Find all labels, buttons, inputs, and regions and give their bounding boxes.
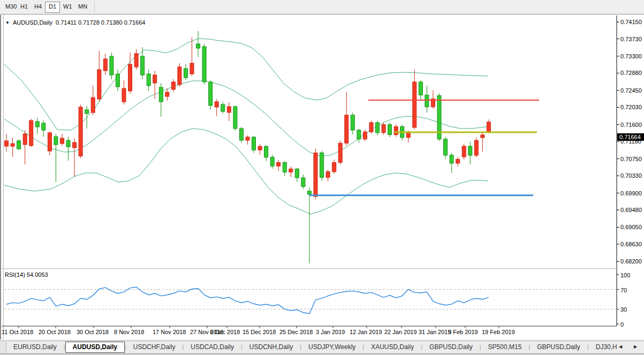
bollinger-lower-band (4, 129, 488, 214)
candle-body (252, 137, 256, 150)
rsi-axis-label: 70 (620, 287, 627, 293)
timeframe-button-w1[interactable]: W1 (60, 2, 75, 12)
candle-body (258, 146, 262, 150)
chart-tab-eurusd-daily[interactable]: EURUSD,Daily (6, 342, 64, 352)
candle-body (314, 153, 317, 197)
current-price-tag: 0.71664 (617, 133, 644, 141)
candle-body (159, 87, 163, 102)
candle-body (357, 130, 361, 139)
candle-body (320, 153, 324, 177)
candle-body (444, 139, 448, 155)
candle-body (23, 134, 27, 145)
chart-tab-sp500-m15[interactable]: SP500,M15 (481, 342, 529, 352)
candle-body (202, 47, 206, 82)
price-axis-label: 0.69480 (620, 207, 642, 213)
chart-ohlc-values: 0.71411 0.71728 0.71380 0.71664 (56, 19, 145, 26)
date-axis-label: 31 Jan 2019 (419, 329, 451, 335)
price-axis-label: 0.73300 (620, 53, 642, 59)
chart-tab-audusd-daily[interactable]: AUDUSD,Daily (65, 342, 125, 353)
candle-body (178, 67, 181, 85)
chart-tab-gbpusd-daily[interactable]: GBPUSD,Daily (530, 342, 587, 352)
candle-body (382, 125, 385, 133)
chart-tab-xauusd-daily[interactable]: XAUUSD,Daily (364, 342, 421, 352)
chart-tab-usdchf-daily[interactable]: USDCHF,Daily (126, 342, 183, 352)
price-axis-label: 0.70750 (620, 156, 642, 162)
timeframe-button-d1[interactable]: D1 (45, 2, 60, 13)
candle-body (79, 107, 82, 156)
candle-body (48, 133, 51, 151)
tab-scroll-right-icon[interactable]: ▶ (634, 344, 637, 349)
rsi-indicator-label: RSI(14) 54.0053 (5, 271, 48, 278)
tab-scroll-left-icon[interactable]: ◀ (619, 344, 622, 349)
candle-body (345, 115, 348, 143)
date-axis-label: 15 Dec 2018 (243, 329, 276, 335)
candle-body (239, 129, 243, 140)
candle-body (11, 143, 14, 146)
candle-body (474, 140, 478, 155)
candle-body (215, 102, 218, 107)
price-axis-label: 0.70330 (620, 172, 642, 179)
candle-body (289, 169, 293, 172)
date-axis-label: 30 Oct 2018 (77, 329, 109, 335)
candle-body (487, 122, 490, 132)
rsi-axis-label: 30 (620, 306, 627, 313)
candle-body (270, 157, 274, 167)
candle-body (209, 82, 213, 105)
date-axis-label: 12 Jan 2019 (350, 329, 382, 335)
candle-body (283, 162, 286, 172)
candle-body (91, 97, 95, 112)
price-axis-label: 0.72880 (620, 70, 642, 76)
timeframe-button-h1[interactable]: H1 (17, 2, 31, 12)
candle-body (60, 138, 64, 143)
price-chart-canvas[interactable] (0, 15, 644, 339)
date-axis-label: 8 Nov 2018 (114, 329, 144, 335)
candle-body (122, 88, 126, 102)
candle-body (171, 82, 175, 89)
candle-body (308, 191, 312, 194)
chart-tab-usdjpy-weekly[interactable]: USDJPY,Weekly (301, 342, 362, 352)
candle-body (141, 56, 145, 75)
chart-tab-dj30-h4[interactable]: DJ30,H4 (589, 342, 617, 352)
candle-body (462, 146, 466, 157)
price-axis-label: 0.68200 (620, 258, 642, 265)
timeframe-toolbar: M30H1H4D1W1MN (0, 0, 644, 14)
date-axis-label: 17 Nov 2018 (153, 329, 186, 335)
candle-body (196, 44, 200, 48)
candle-body (5, 141, 9, 146)
price-axis-label: 0.73730 (620, 36, 642, 42)
candle-body (128, 64, 132, 91)
candle-body (277, 162, 281, 166)
rsi-axis-label: 100 (620, 272, 630, 278)
candle-body (35, 122, 39, 127)
candle-body (425, 95, 429, 107)
tab-bar-corner (0, 342, 6, 353)
candle-body (332, 162, 336, 171)
candle-body (363, 132, 367, 139)
candle-body (153, 75, 157, 83)
candle-body (295, 169, 299, 178)
candle-body (97, 70, 101, 99)
candle-body (351, 115, 354, 130)
candle-body (165, 92, 169, 96)
candle-body (481, 135, 484, 138)
candle-body (54, 137, 58, 145)
candle-body (73, 142, 77, 148)
chart-tab-gbpusd-daily[interactable]: GBPUSD,Daily (422, 342, 480, 352)
candle-body (376, 123, 380, 133)
date-axis-label: 25 Dec 2018 (279, 329, 313, 335)
collapse-indicator-icon[interactable]: ▼ (5, 20, 10, 25)
candle-body (388, 125, 392, 135)
date-axis-label: 22 Jan 2019 (384, 329, 417, 335)
candle-body (17, 141, 21, 149)
candle-body (233, 107, 237, 129)
timeframe-button-mn[interactable]: MN (75, 2, 90, 12)
price-axis-label: 0.72030 (620, 104, 642, 110)
date-axis-label: 9 Feb 2019 (448, 329, 478, 335)
chart-tab-usdcad-daily[interactable]: USDCAD,Daily (184, 342, 241, 352)
candle-body (468, 146, 472, 155)
chart-tab-usdcnh-daily[interactable]: USDCNH,Daily (243, 342, 300, 352)
timeframe-button-h4[interactable]: H4 (31, 2, 45, 12)
price-axis-label: 0.68630 (620, 241, 642, 247)
candle-body (103, 59, 107, 71)
candle-body (246, 137, 249, 140)
